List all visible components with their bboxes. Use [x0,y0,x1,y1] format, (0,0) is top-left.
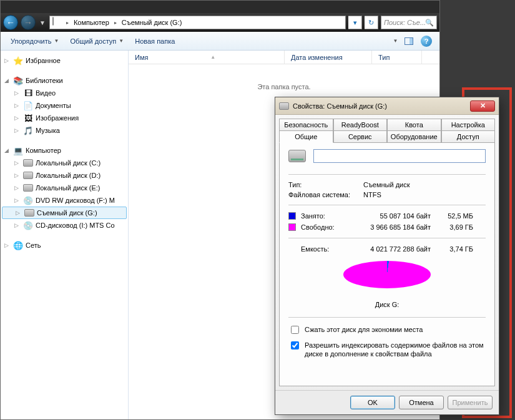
tab-customize[interactable]: Настройка [441,119,496,130]
address-dropdown-button[interactable]: ▾ [348,16,362,29]
cd-icon: 💿 [23,220,33,230]
navigation-pane: ▷ ⭐ Избранное ◢ 📚 Библиотеки ▷🎞Видео ▷📄Д… [1,51,129,419]
breadcrumb-current[interactable]: Съемный диск (G:) [118,17,186,27]
tabs-row-front: Общие Сервис Оборудование Доступ [279,130,495,142]
column-modified[interactable]: Дата изменения [285,51,372,64]
sort-asc-icon: ▲ [210,54,215,60]
nav-back-button[interactable]: ← [3,15,18,30]
type-label: Тип: [288,181,363,188]
expand-icon[interactable]: ▷ [16,210,22,216]
view-options-button[interactable]: ▼ [383,34,400,48]
filesystem-label: Файловая система: [288,191,363,198]
tree-label: Избранное [26,57,61,64]
chevron-right-icon[interactable]: ▸ [65,20,70,26]
tree-item-drive-g[interactable]: ▷Съемный диск (G:) [2,207,127,219]
tree-label: Библиотеки [26,77,63,84]
chevron-right-icon[interactable]: ▸ [113,20,118,26]
tab-quota[interactable]: Квота [387,119,441,130]
tab-readyboost[interactable]: ReadyBoost [333,119,388,130]
search-icon: 🔍 [425,19,434,27]
nav-forward-button[interactable]: → [21,15,36,30]
tree-item-video[interactable]: ▷🎞Видео [1,87,128,99]
divider [288,317,486,318]
expand-icon[interactable]: ▷ [14,127,21,134]
tree-favorites[interactable]: ▷ ⭐ Избранное [1,54,128,67]
breadcrumb-computer[interactable]: Компьютер [70,17,113,27]
close-icon: ✕ [480,102,486,110]
tab-sharing[interactable]: Доступ [441,130,496,142]
new-folder-button[interactable]: Новая папка [130,35,180,47]
divider [288,205,486,205]
preview-pane-button[interactable] [401,34,417,48]
organize-menu[interactable]: Упорядочить ▼ [6,35,64,47]
expand-icon[interactable]: ▷ [4,242,11,248]
compress-checkbox-row[interactable]: Сжать этот диск для экономии места [288,325,486,336]
tree-label: Документы [36,102,71,109]
tab-hardware[interactable]: Оборудование [387,130,441,142]
tree-item-drive-c[interactable]: ▷Локальный диск (C:) [1,157,128,169]
nav-history-dropdown[interactable]: ▼ [38,19,47,26]
expand-icon[interactable]: ▷ [14,172,21,178]
index-checkbox[interactable] [291,341,299,349]
cancel-button[interactable]: Отмена [399,396,444,409]
tab-tools[interactable]: Сервис [333,130,388,142]
expand-icon[interactable]: ▷ [14,90,21,96]
tree-item-drive-f[interactable]: ▷💿DVD RW дисковод (F:) M [1,194,128,207]
tree-item-drive-i[interactable]: ▷💿CD-дисковод (I:) MTS Co [1,219,128,232]
view-grid-icon [385,37,392,44]
address-bar: ← → ▼ ▸ Компьютер ▸ Съемный диск (G:) ▾ … [1,13,439,32]
tree-item-pictures[interactable]: ▷🖼Изображения [1,112,128,124]
tree-network[interactable]: ▷ 🌐 Сеть [1,239,128,252]
expand-icon[interactable]: ▷ [14,160,21,166]
pictures-icon: 🖼 [23,113,33,123]
drive-icon [52,17,62,27]
dialog-title: Свойства: Съемный диск (G:) [293,102,387,110]
tree-label: Сеть [26,242,41,249]
tree-computer[interactable]: ◢ 💻 Компьютер [1,144,128,157]
expand-icon[interactable]: ▷ [4,57,11,64]
refresh-icon: ↻ [368,19,374,27]
hdd-icon [23,170,33,180]
disk-usage-chart [288,261,486,298]
search-placeholder: Поиск: Съе... [384,19,426,26]
search-input[interactable]: Поиск: Съе... 🔍 [381,16,437,29]
expand-icon[interactable]: ▷ [14,222,21,228]
share-menu[interactable]: Общий доступ ▼ [65,35,129,47]
new-folder-label: Новая папка [135,37,175,45]
tree-label: Съемный диск (G:) [37,209,97,217]
address-box[interactable]: ▸ Компьютер ▸ Съемный диск (G:) [49,16,346,29]
tab-general[interactable]: Общие [279,130,333,143]
collapse-icon[interactable]: ◢ [4,77,11,84]
column-type[interactable]: Тип [372,51,422,64]
preview-pane-icon [405,37,413,45]
dialog-button-bar: OK Отмена Применить [275,390,499,414]
index-checkbox-row[interactable]: Разрешить индексировать содержимое файло… [288,341,486,359]
used-label: Занято: [301,212,351,220]
tree-label: Компьютер [26,147,61,154]
tree-item-documents[interactable]: ▷📄Документы [1,99,128,112]
volume-label-input[interactable] [313,149,486,163]
ok-button[interactable]: OK [350,396,395,409]
tree-item-music[interactable]: ▷🎵Музыка [1,124,128,137]
expand-icon[interactable]: ▷ [14,197,21,203]
collapse-icon[interactable]: ◢ [4,147,11,154]
apply-button[interactable]: Применить [448,396,493,409]
expand-icon[interactable]: ▷ [14,102,21,109]
refresh-button[interactable]: ↻ [365,16,378,29]
tree-label: Видео [36,89,56,97]
close-button[interactable]: ✕ [470,100,495,112]
tree-item-drive-d[interactable]: ▷Локальный диск (D:) [1,169,128,182]
column-name[interactable]: Имя▲ [129,51,285,64]
help-button[interactable]: ? [418,34,434,48]
filesystem-value: NTFS [363,191,381,198]
command-bar: Упорядочить ▼ Общий доступ ▼ Новая папка… [1,32,439,51]
compress-checkbox[interactable] [291,326,299,334]
chevron-down-icon: ▼ [393,38,398,44]
tree-item-drive-e[interactable]: ▷Локальный диск (E:) [1,182,128,194]
tree-libraries[interactable]: ◢ 📚 Библиотеки [1,74,128,87]
expand-icon[interactable]: ▷ [14,115,21,121]
removable-drive-icon [288,150,306,162]
expand-icon[interactable]: ▷ [14,185,21,191]
dialog-titlebar[interactable]: Свойства: Съемный диск (G:) ✕ [275,97,499,115]
tab-security[interactable]: Безопасность [279,119,333,130]
